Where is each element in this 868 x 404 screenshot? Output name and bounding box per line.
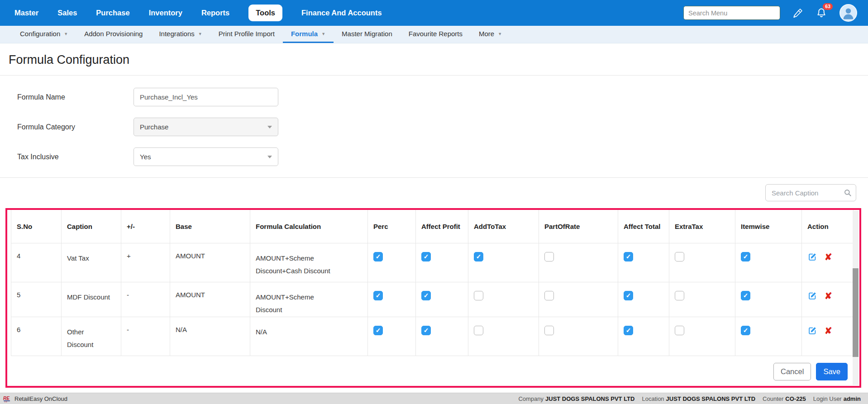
- extratax-checkbox[interactable]: [675, 252, 684, 261]
- itemwise-checkbox[interactable]: ✓: [741, 291, 750, 300]
- affect-total-checkbox[interactable]: ✓: [624, 252, 633, 261]
- perc-checkbox[interactable]: ✓: [373, 252, 383, 261]
- cell-text: Other Discount: [67, 326, 112, 352]
- notifications-bell-icon[interactable]: 63: [816, 7, 827, 19]
- cell-caption: Vat Tax: [62, 243, 121, 282]
- addtotax-checkbox[interactable]: [474, 326, 483, 335]
- perc-checkbox[interactable]: ✓: [373, 326, 383, 335]
- sub-nav-addon-provisioning[interactable]: Addon Provisioning: [76, 26, 151, 43]
- affect-profit-checkbox[interactable]: ✓: [421, 326, 431, 335]
- top-nav-sales[interactable]: Sales: [57, 9, 77, 17]
- column-header-addtotax: AddToTax: [468, 210, 539, 243]
- chevron-down-icon: ▼: [321, 32, 325, 36]
- footer-login-user: Login Useradmin: [813, 395, 861, 402]
- cell-text: MDF Discount: [67, 291, 110, 304]
- table-search-row: [0, 178, 868, 205]
- sub-nav-configuration[interactable]: Configuration▼: [12, 26, 76, 43]
- formula-category-select[interactable]: Purchase: [134, 118, 278, 136]
- formula-name-input[interactable]: [134, 88, 278, 106]
- partofrate-checkbox[interactable]: [544, 326, 554, 335]
- sub-nav-label: Configuration: [20, 30, 60, 38]
- sub-nav-label: More: [479, 30, 494, 38]
- cell-affect-profit: ✓: [416, 243, 468, 282]
- sub-nav-more[interactable]: More▼: [471, 26, 510, 43]
- column-header-affect-total: Affect Total: [618, 210, 669, 243]
- addtotax-checkbox[interactable]: ✓: [474, 252, 483, 261]
- cell-: +: [121, 243, 170, 282]
- itemwise-checkbox[interactable]: ✓: [741, 252, 750, 261]
- sub-nav-integrations[interactable]: Integrations▼: [151, 26, 210, 43]
- scrollbar-thumb[interactable]: [853, 268, 858, 357]
- affect-total-checkbox[interactable]: ✓: [624, 326, 633, 335]
- delete-icon[interactable]: ✘: [825, 326, 832, 335]
- delete-icon[interactable]: ✘: [825, 252, 832, 261]
- edit-icon[interactable]: [807, 291, 817, 301]
- form-actions: Cancel Save: [773, 363, 848, 380]
- cell-formula-calculation: AMOUNT+Scheme Discount+Cash Discount: [250, 243, 368, 282]
- sub-nav-master-migration[interactable]: Master Migration: [334, 26, 401, 43]
- tax-inclusive-select[interactable]: Yes: [134, 147, 278, 166]
- tax-inclusive-row: Tax InclusiveYes: [17, 147, 868, 166]
- partofrate-checkbox[interactable]: [544, 291, 554, 300]
- highlighted-region: S.NoCaption+/-BaseFormula CalculationPer…: [5, 208, 861, 388]
- extratax-checkbox[interactable]: [675, 326, 684, 335]
- affect-profit-checkbox[interactable]: ✓: [421, 252, 431, 261]
- column-header-formula-calculation: Formula Calculation: [250, 210, 368, 243]
- extratax-checkbox[interactable]: [675, 291, 684, 300]
- search-caption-wrap: [765, 184, 856, 201]
- cell-partofrate: [539, 243, 618, 282]
- cell-extratax: [669, 317, 735, 356]
- edit-icon[interactable]: [807, 326, 817, 336]
- affect-profit-checkbox[interactable]: ✓: [421, 291, 431, 300]
- cancel-button[interactable]: Cancel: [773, 363, 811, 380]
- column-header-itemwise: Itemwise: [735, 210, 802, 243]
- top-nav-inventory[interactable]: Inventory: [149, 9, 182, 17]
- user-avatar[interactable]: [839, 4, 857, 22]
- svg-text:RE: RE: [3, 396, 10, 401]
- tax-inclusive-label: Tax Inclusive: [17, 153, 134, 161]
- cell-addtotax: [468, 282, 539, 317]
- search-caption-input[interactable]: [765, 184, 856, 201]
- cell-action: ✘: [802, 282, 854, 317]
- cell-text: Vat Tax: [67, 252, 89, 265]
- footer-counter: CounterCO-225: [763, 395, 806, 402]
- sub-nav-favourite-reports[interactable]: Favourite Reports: [401, 26, 471, 43]
- cell-text: N/A: [176, 326, 187, 333]
- sub-nav-label: Formula: [291, 30, 318, 38]
- formula-name-label: Formula Name: [17, 93, 134, 101]
- cell-affect-total: ✓: [618, 282, 669, 317]
- cell-addtotax: [468, 317, 539, 356]
- sub-nav-print-profile-import[interactable]: Print Profile Import: [210, 26, 283, 43]
- cell-text: +: [127, 252, 131, 260]
- cell-affect-profit: ✓: [416, 317, 468, 356]
- top-nav-reports[interactable]: Reports: [201, 9, 229, 17]
- cell-affect-total: ✓: [618, 317, 669, 356]
- partofrate-checkbox[interactable]: [544, 252, 554, 261]
- itemwise-checkbox[interactable]: ✓: [741, 326, 750, 335]
- search-menu-input[interactable]: [683, 6, 780, 20]
- top-nav-master[interactable]: Master: [14, 9, 38, 17]
- delete-icon[interactable]: ✘: [825, 291, 832, 300]
- column-header-affect-profit: Affect Profit: [416, 210, 468, 243]
- cell-affect-total: ✓: [618, 243, 669, 282]
- vertical-scrollbar[interactable]: [853, 211, 858, 385]
- column-header-extratax: ExtraTax: [669, 210, 735, 243]
- save-button[interactable]: Save: [816, 363, 848, 380]
- cell-: -: [121, 317, 170, 356]
- sub-nav-formula[interactable]: Formula▼: [283, 26, 334, 43]
- addtotax-checkbox[interactable]: [474, 291, 483, 300]
- top-nav-tools[interactable]: Tools: [248, 5, 282, 21]
- sub-nav-label: Print Profile Import: [219, 30, 275, 38]
- brush-icon[interactable]: [792, 8, 803, 19]
- top-nav-finance-and-accounts[interactable]: Finance And Accounts: [301, 9, 382, 17]
- perc-checkbox[interactable]: ✓: [373, 291, 383, 300]
- top-nav: MasterSalesPurchaseInventoryReportsTools…: [14, 5, 382, 21]
- cell-text: -: [127, 291, 129, 299]
- app-window: MasterSalesPurchaseInventoryReportsTools…: [0, 0, 868, 404]
- cell-caption: Other Discount: [62, 317, 121, 356]
- edit-icon[interactable]: [807, 252, 817, 262]
- table-header-row: S.NoCaption+/-BaseFormula CalculationPer…: [11, 210, 854, 243]
- affect-total-checkbox[interactable]: ✓: [624, 291, 633, 300]
- sub-nav-label: Integrations: [159, 30, 194, 38]
- top-nav-purchase[interactable]: Purchase: [96, 9, 129, 17]
